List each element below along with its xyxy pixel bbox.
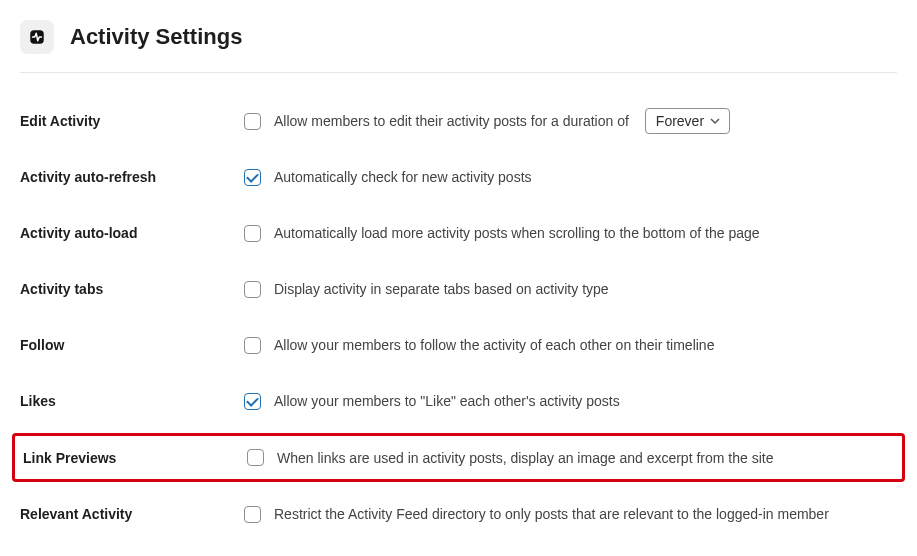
- page-header: Activity Settings: [20, 20, 897, 73]
- desc-relevant-activity: Restrict the Activity Feed directory to …: [274, 506, 829, 522]
- label-link-previews: Link Previews: [23, 450, 243, 466]
- settings-table: Edit Activity Allow members to edit thei…: [20, 93, 897, 542]
- desc-activity-tabs: Display activity in separate tabs based …: [274, 281, 609, 297]
- row-activity-tabs: Activity tabs Display activity in separa…: [20, 261, 897, 317]
- select-edit-duration[interactable]: Forever: [645, 108, 730, 134]
- checkbox-follow[interactable]: [244, 337, 261, 354]
- checkbox-link-previews[interactable]: [247, 449, 264, 466]
- label-relevant-activity: Relevant Activity: [20, 506, 240, 522]
- row-edit-activity: Edit Activity Allow members to edit thei…: [20, 93, 897, 149]
- desc-link-previews: When links are used in activity posts, d…: [277, 450, 773, 466]
- checkbox-auto-load[interactable]: [244, 225, 261, 242]
- row-relevant-activity: Relevant Activity Restrict the Activity …: [20, 486, 897, 542]
- desc-auto-refresh: Automatically check for new activity pos…: [274, 169, 532, 185]
- checkbox-likes[interactable]: [244, 393, 261, 410]
- row-follow: Follow Allow your members to follow the …: [20, 317, 897, 373]
- checkbox-edit-activity[interactable]: [244, 113, 261, 130]
- activity-icon: [20, 20, 54, 54]
- row-likes: Likes Allow your members to "Like" each …: [20, 373, 897, 429]
- desc-follow: Allow your members to follow the activit…: [274, 337, 714, 353]
- desc-edit-activity: Allow members to edit their activity pos…: [274, 113, 629, 129]
- label-likes: Likes: [20, 393, 240, 409]
- row-auto-refresh: Activity auto-refresh Automatically chec…: [20, 149, 897, 205]
- checkbox-auto-refresh[interactable]: [244, 169, 261, 186]
- label-auto-load: Activity auto-load: [20, 225, 240, 241]
- row-link-previews: Link Previews When links are used in act…: [12, 433, 905, 482]
- page-title: Activity Settings: [70, 24, 242, 50]
- row-auto-load: Activity auto-load Automatically load mo…: [20, 205, 897, 261]
- label-activity-tabs: Activity tabs: [20, 281, 240, 297]
- checkbox-activity-tabs[interactable]: [244, 281, 261, 298]
- label-auto-refresh: Activity auto-refresh: [20, 169, 240, 185]
- desc-likes: Allow your members to "Like" each other'…: [274, 393, 620, 409]
- label-follow: Follow: [20, 337, 240, 353]
- desc-auto-load: Automatically load more activity posts w…: [274, 225, 760, 241]
- label-edit-activity: Edit Activity: [20, 113, 240, 129]
- checkbox-relevant-activity[interactable]: [244, 506, 261, 523]
